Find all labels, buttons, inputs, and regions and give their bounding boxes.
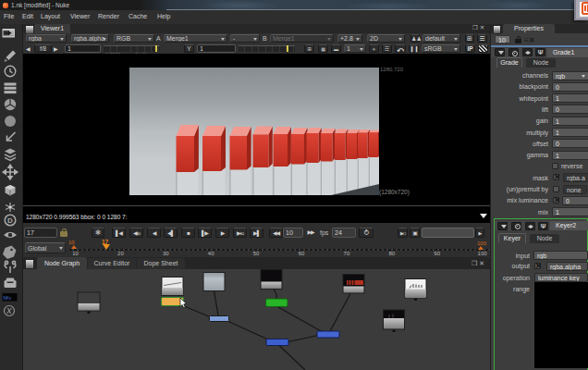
svg-text:NKv: NKv	[4, 296, 12, 301]
svg-text:D: D	[7, 216, 13, 225]
